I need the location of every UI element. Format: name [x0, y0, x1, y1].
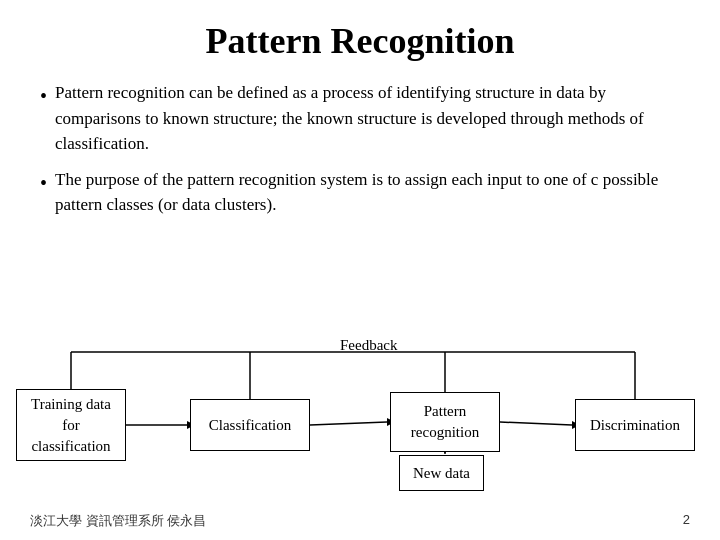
- box-pattern-label: Patternrecognition: [411, 401, 479, 443]
- box-discrimination-label: Discrimination: [590, 415, 680, 436]
- bullet-text-2: The purpose of the pattern recognition s…: [55, 167, 680, 218]
- svg-line-2: [310, 422, 387, 425]
- box-training: Training dataforclassification: [16, 389, 126, 461]
- footer-right: 2: [683, 512, 690, 530]
- svg-line-4: [500, 422, 572, 425]
- bullet-text-1: Pattern recognition can be defined as a …: [55, 80, 680, 157]
- footer: 淡江大學 資訊管理系所 侯永昌 2: [0, 512, 720, 530]
- box-classification-label: Classification: [209, 415, 292, 436]
- bullet-item-2: The purpose of the pattern recognition s…: [40, 167, 680, 218]
- footer-left: 淡江大學 資訊管理系所 侯永昌: [30, 512, 206, 530]
- page-title: Pattern Recognition: [30, 20, 690, 62]
- bullet-list: Pattern recognition can be defined as a …: [30, 80, 690, 218]
- box-classification: Classification: [190, 399, 310, 451]
- feedback-label: Feedback: [340, 337, 397, 354]
- box-newdata-label: New data: [413, 463, 470, 484]
- diagram: Feedback: [0, 337, 720, 502]
- bullet-item-1: Pattern recognition can be defined as a …: [40, 80, 680, 157]
- box-newdata: New data: [399, 455, 484, 491]
- box-pattern: Patternrecognition: [390, 392, 500, 452]
- slide: Pattern Recognition Pattern recognition …: [0, 0, 720, 540]
- box-discrimination: Discrimination: [575, 399, 695, 451]
- box-training-label: Training dataforclassification: [31, 394, 111, 457]
